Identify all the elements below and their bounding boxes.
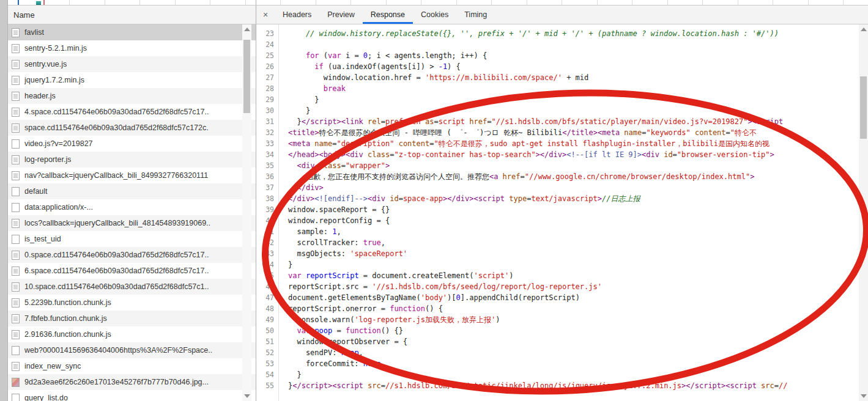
document-file-icon xyxy=(12,219,20,228)
tab-response[interactable]: Response xyxy=(363,6,413,24)
request-row[interactable]: 2.91636.function.chunk.js xyxy=(8,326,256,342)
request-row[interactable]: 0.space.cd1154764e06b09a30dad765d2f68dfc… xyxy=(8,247,256,263)
request-label: sentry-5.2.1.min.js xyxy=(24,44,87,53)
line-number: 39 xyxy=(256,204,278,215)
request-row[interactable]: 4.space.cd1154764e06b09a30dad765d2f68dfc… xyxy=(8,104,256,120)
plain-file-icon xyxy=(12,235,20,244)
request-label: 10.space.cd1154764e06b09a30dad765d2f68df… xyxy=(24,282,209,291)
tab-timing[interactable]: Timing xyxy=(456,6,495,24)
request-list[interactable]: favlistsentry-5.2.1.min.jssentry.vue.jsj… xyxy=(8,24,256,401)
request-row[interactable]: jquery1.7.2.min.js xyxy=(8,72,256,88)
scroll-up-arrow-icon[interactable] xyxy=(244,28,250,31)
response-code-viewer[interactable]: 2324252627282930313233343536373839404142… xyxy=(256,24,868,401)
sidebar-scrollbar-thumb[interactable] xyxy=(243,40,250,113)
code-line: window.reportConfig = { xyxy=(280,215,859,226)
overview-gridline xyxy=(843,0,844,6)
request-row[interactable]: sentry-5.2.1.min.js xyxy=(8,40,256,56)
code-line: <meta name="description" content="特仑不是很苏… xyxy=(280,138,859,149)
request-label: sentry.vue.js xyxy=(24,60,67,68)
request-row[interactable]: space.cd1154764e06b09a30dad765d2f68dfc57… xyxy=(8,120,256,136)
line-number: 52 xyxy=(256,347,278,358)
request-label: header.js xyxy=(24,92,56,100)
request-label: locs?callback=jqueryCallback_bili_481454… xyxy=(24,219,210,227)
tab-cookies[interactable]: Cookies xyxy=(413,6,456,24)
document-file-icon xyxy=(12,92,20,101)
code-line: window.location.href = 'https://m.bilibi… xyxy=(280,72,859,83)
line-number: 51 xyxy=(256,336,278,347)
line-number: 23 xyxy=(256,28,278,39)
code-line: var noop = function() {} xyxy=(280,325,859,336)
request-row[interactable]: 10.space.cd1154764e06b09a30dad765d2f68df… xyxy=(8,279,256,295)
overview-gridline xyxy=(667,0,668,6)
request-row[interactable]: favlist xyxy=(8,24,256,40)
code-gutter: 2324252627282930313233343536373839404142… xyxy=(256,24,279,401)
request-label: jquery1.7.2.min.js xyxy=(24,76,84,84)
line-number: 49 xyxy=(256,314,278,325)
line-number: 41 xyxy=(256,226,278,237)
line-number: 36 xyxy=(256,171,278,182)
overview-gridline xyxy=(175,0,176,6)
request-row[interactable]: data:application/x-... xyxy=(8,199,256,215)
request-row[interactable]: log-reporter.js xyxy=(8,152,256,167)
plain-file-icon xyxy=(12,139,20,149)
request-label: 9d2a3eae6f26c260e17013e45276f7b777b70d46… xyxy=(24,378,209,386)
tab-strip: HeadersPreviewResponseCookiesTiming xyxy=(275,6,495,24)
request-row[interactable]: 5.2239b.function.chunk.js xyxy=(8,295,256,311)
name-column-header[interactable]: Name xyxy=(8,6,256,24)
request-row[interactable]: web?0000141569636404006https%3A%2F%2Fspa… xyxy=(8,342,256,358)
overview-gridline xyxy=(139,0,140,6)
request-label: 6.space.cd1154764e06b09a30dad765d2f68dfc… xyxy=(24,267,209,275)
code-line: reportScript.onerror = function() { xyxy=(280,303,859,314)
overview-gridline xyxy=(562,0,562,6)
document-file-icon xyxy=(12,282,20,292)
line-number: 45 xyxy=(256,270,278,281)
document-file-icon xyxy=(12,76,20,85)
request-row[interactable]: default xyxy=(8,183,256,199)
request-row[interactable]: video.js?v=2019827 xyxy=(8,136,256,152)
scroll-up-arrow-icon[interactable] xyxy=(861,28,867,31)
plain-file-icon xyxy=(12,187,20,196)
code-line: if (ua.indexOf(agents[i]) > -1) { xyxy=(280,61,859,72)
code-line: console.warn('log-reporter.js加载失败，放弃上报') xyxy=(280,314,859,325)
scroll-down-arrow-icon[interactable] xyxy=(244,394,250,398)
close-icon[interactable]: × xyxy=(256,6,275,24)
code-line: </div> xyxy=(280,182,859,193)
code-scrollbar-thumb[interactable] xyxy=(860,76,867,139)
request-row[interactable]: sentry.vue.js xyxy=(8,56,256,72)
sidebar-scrollbar[interactable] xyxy=(242,24,251,401)
request-row[interactable]: header.js xyxy=(8,88,256,104)
request-row[interactable]: index_new_sync xyxy=(8,358,256,374)
request-row[interactable]: locs?callback=jqueryCallback_bili_481454… xyxy=(8,215,256,231)
line-number: 46 xyxy=(256,281,278,292)
overview-gridline xyxy=(421,0,421,6)
code-line: scrollTracker: true, xyxy=(280,237,859,248)
line-number: 43 xyxy=(256,248,278,259)
line-number: 25 xyxy=(256,50,278,61)
request-row[interactable]: 9d2a3eae6f26c260e17013e45276f7b777b70d46… xyxy=(8,374,256,390)
code-line: sendPV: noop, xyxy=(280,347,859,358)
document-file-icon xyxy=(12,155,20,164)
request-row[interactable]: query_list.do xyxy=(8,390,256,401)
network-overview-bar[interactable] xyxy=(8,0,868,6)
tab-headers[interactable]: Headers xyxy=(275,6,319,24)
document-file-icon xyxy=(12,123,20,133)
line-number: 38 xyxy=(256,193,278,204)
line-number: 50 xyxy=(256,325,278,336)
document-file-icon xyxy=(12,251,20,260)
tab-preview[interactable]: Preview xyxy=(319,6,362,24)
request-row[interactable]: nav?callback=jqueryCallback_bili_8499327… xyxy=(8,167,256,183)
document-file-icon xyxy=(12,314,20,323)
request-label: 7.fbfeb.function.chunk.js xyxy=(24,314,107,323)
plain-file-icon xyxy=(12,203,20,212)
request-row[interactable]: is_test_uid xyxy=(8,231,256,247)
overview-gridline xyxy=(316,0,316,6)
scroll-down-arrow-icon[interactable] xyxy=(861,394,867,398)
line-number: 33 xyxy=(256,138,278,149)
request-row[interactable]: 6.space.cd1154764e06b09a30dad765d2f68dfc… xyxy=(8,263,256,279)
line-number: 35 xyxy=(256,160,278,171)
request-row[interactable]: 7.fbfeb.function.chunk.js xyxy=(8,311,256,326)
devtools-network-panel: Name favlistsentry-5.2.1.min.jssentry.vu… xyxy=(0,0,868,401)
document-file-icon xyxy=(12,267,20,276)
code-scrollbar[interactable] xyxy=(859,24,868,401)
line-number: 40 xyxy=(256,215,278,226)
